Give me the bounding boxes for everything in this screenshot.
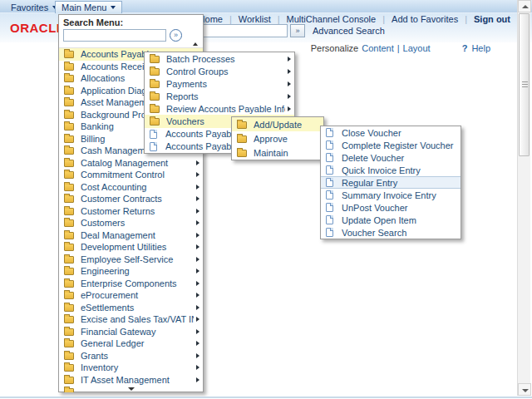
menu-item-quick-invoice-entry[interactable]: Quick Invoice Entry: [321, 164, 461, 176]
submenu-arrow-icon: [196, 233, 200, 238]
scrollbar-down-button[interactable]: [518, 383, 531, 396]
folder-icon: [64, 111, 74, 119]
folder-icon: [64, 304, 74, 312]
menu-item-label: IT Asset Management: [81, 375, 194, 385]
menu-item-label: Regular Entry: [342, 178, 457, 188]
menu-item-commitment-control[interactable]: Commitment Control: [59, 169, 203, 181]
menu-item-batch-processes[interactable]: Batch Processes: [145, 52, 294, 65]
menu-item-complete-register-voucher[interactable]: Complete Register Voucher: [321, 139, 461, 151]
menu-item-inventory[interactable]: Inventory: [59, 362, 203, 374]
menu-item-catalog-management[interactable]: Catalog Management: [59, 157, 203, 170]
menu-item-summary-invoice-entry[interactable]: Summary Invoice Entry: [321, 189, 461, 201]
menu-item-general-ledger[interactable]: General Ledger: [59, 337, 203, 350]
menu-item-update-open-item[interactable]: Update Open Item: [321, 214, 461, 226]
menu-item-review-accounts-payable-info[interactable]: Review Accounts Payable Info: [145, 102, 294, 115]
menu-item-development-utilities[interactable]: Development Utilities: [59, 241, 203, 254]
help-icon: ?: [462, 43, 468, 53]
menu-item-label: Deal Management: [81, 230, 194, 240]
menu-item-label: eSettlements: [81, 303, 194, 313]
menu-item-excise-and-sales-tax-vat-ind[interactable]: Excise and Sales Tax/VAT IND: [59, 313, 203, 326]
menu-scroll-up-icon[interactable]: [193, 42, 198, 46]
menu-item-delete-voucher[interactable]: Delete Voucher: [321, 151, 461, 164]
folder-icon: [64, 244, 74, 251]
menu-item-payments[interactable]: Payments: [145, 77, 294, 90]
nav-link[interactable]: Add to Favorites: [392, 14, 458, 24]
menu-item-label: Cost Accounting: [81, 182, 194, 192]
menu-item-label: Customer Returns: [81, 206, 194, 216]
folder-icon: [64, 219, 74, 227]
document-icon: [326, 165, 333, 175]
menu-item-customer-contracts[interactable]: Customer Contracts: [59, 193, 203, 205]
nav-separator: |: [465, 14, 467, 24]
personalize-layout-link[interactable]: Layout: [403, 43, 431, 53]
arrow-up-icon: [522, 5, 529, 8]
menu-item-close-voucher[interactable]: Close Voucher: [321, 126, 461, 139]
scrollbar-up-button[interactable]: [518, 0, 531, 12]
menu-item-customer-returns[interactable]: Customer Returns: [59, 205, 203, 218]
menu-item-reports[interactable]: Reports: [145, 90, 294, 102]
submenu-arrow-icon: [288, 69, 291, 74]
submenu-arrow-icon: [196, 244, 200, 249]
folder-icon: [64, 99, 74, 106]
separator: |: [397, 43, 400, 53]
scrollbar-thumb[interactable]: [519, 13, 530, 156]
menu-list-footer: [59, 386, 203, 392]
folder-icon: [64, 292, 74, 299]
header-search-more-button[interactable]: »: [290, 24, 305, 37]
menu-item-control-groups[interactable]: Control Groups: [145, 65, 294, 77]
submenu-arrow-icon: [288, 94, 291, 99]
folder-icon: [64, 208, 74, 215]
menu-item-label: Engineering: [81, 266, 194, 276]
favorites-label: Favorites: [11, 2, 48, 12]
add-update-submenu-panel: Close VoucherComplete Register VoucherDe…: [320, 126, 461, 239]
menu-item-cost-accounting[interactable]: Cost Accounting: [59, 181, 203, 194]
menu-item-esettlements[interactable]: eSettlements: [59, 302, 203, 314]
menu-item-deal-management[interactable]: Deal Management: [59, 229, 203, 242]
arrow-down-icon: [522, 389, 529, 392]
menu-item-regular-entry[interactable]: Regular Entry: [321, 176, 461, 189]
menu-item-add-update[interactable]: Add/Update: [232, 117, 323, 131]
menu-scroll-down-icon[interactable]: [128, 387, 135, 391]
nav-link[interactable]: MultiChannel Console: [287, 14, 377, 24]
menu-search-input[interactable]: [63, 29, 166, 42]
search-menu-label: Search Menu:: [63, 17, 199, 27]
vertical-scrollbar[interactable]: [517, 0, 530, 396]
search-menu-section: Search Menu: »: [59, 15, 203, 48]
menu-item-it-asset-management[interactable]: IT Asset Management: [59, 374, 203, 387]
menu-item-label: Approve: [254, 134, 320, 144]
header-nav-links: Home|Worklist|MultiChannel Console|Add t…: [199, 14, 510, 24]
submenu-arrow-icon: [196, 196, 200, 201]
menu-item-voucher-search[interactable]: Voucher Search: [321, 226, 461, 239]
menu-item-label: Complete Register Voucher: [342, 140, 457, 150]
folder-icon: [64, 160, 74, 167]
folder-icon: [237, 121, 247, 129]
nav-separator: |: [278, 14, 280, 24]
folder-icon: [64, 184, 74, 191]
menu-item-approve[interactable]: Approve: [232, 131, 323, 145]
sign-out-link[interactable]: Sign out: [474, 14, 510, 24]
menu-item-label: Customer Contracts: [81, 194, 194, 204]
menu-item-unpost-voucher[interactable]: UnPost Voucher: [321, 201, 461, 214]
menu-item-label: Close Voucher: [342, 128, 457, 138]
menu-item-financial-gateway[interactable]: Financial Gateway: [59, 326, 203, 338]
menu-item-label: Financial Gateway: [81, 327, 194, 337]
help-link[interactable]: Help: [471, 43, 490, 53]
menu-item-customers[interactable]: Customers: [59, 217, 203, 229]
main-menu-tab[interactable]: Main Menu: [55, 1, 122, 13]
personalize-content-link[interactable]: Content: [362, 43, 394, 53]
menu-item-grants[interactable]: Grants: [59, 350, 203, 362]
menu-item-engineering[interactable]: Engineering: [59, 265, 203, 278]
folder-icon: [64, 316, 74, 323]
menu-item-label: Grants: [81, 351, 194, 361]
menu-item-label: UnPost Voucher: [342, 203, 457, 213]
menu-search-go-button[interactable]: »: [170, 29, 182, 42]
menu-item-employee-self-service[interactable]: Employee Self-Service: [59, 254, 203, 266]
menu-item-enterprise-components[interactable]: Enterprise Components: [59, 278, 203, 290]
nav-link[interactable]: Worklist: [239, 14, 271, 24]
menu-item-eprocurement[interactable]: eProcurement: [59, 289, 203, 302]
document-icon: [326, 140, 333, 150]
menu-item-label: General Ledger: [81, 338, 194, 348]
menu-item-maintain[interactable]: Maintain: [232, 145, 323, 160]
submenu-arrow-icon: [196, 160, 200, 165]
advanced-search-link[interactable]: Advanced Search: [313, 26, 385, 36]
